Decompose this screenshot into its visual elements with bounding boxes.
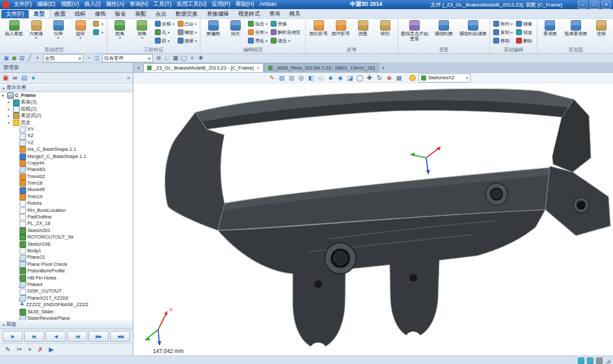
tree-item[interactable]: ▸ 实体(3) — [0, 99, 133, 105]
tree-item[interactable]: Copy44 — [0, 160, 133, 166]
replay-tool-icon[interactable]: ▶ — [49, 344, 54, 355]
ribbon-small-button[interactable]: 螺纹▾ — [176, 28, 198, 36]
ribbon-small-button[interactable]: 解析自相交 — [269, 28, 303, 36]
new-document-tab-button[interactable]: + — [135, 64, 143, 72]
ribbon-small-button[interactable]: 简化▾ — [247, 36, 269, 45]
tree-expander-icon[interactable]: ▾ — [8, 120, 12, 126]
menu-item[interactable]: 属性(A) — [106, 1, 124, 8]
ribbon-tab[interactable]: 点云 — [151, 10, 171, 18]
tree-item[interactable]: RH_BoreLocation — [0, 207, 133, 214]
status-toggle-icon[interactable] — [587, 358, 593, 364]
replay-tool-icon[interactable]: ✗ — [38, 344, 43, 355]
window-button[interactable]: × — [601, 1, 611, 9]
tree-expander-icon[interactable]: ▸ — [8, 106, 12, 112]
entity-filter-combo[interactable]: 全部 ▾ — [43, 54, 83, 62]
replay-tool-icon[interactable]: ✎ — [5, 344, 10, 355]
tree-item[interactable]: Trim402 — [0, 174, 133, 180]
ribbon-small-button[interactable]: 缝合▾ — [269, 36, 303, 45]
tree-item[interactable]: Plane Pivot Check — [0, 261, 133, 268]
manager-tab-icon[interactable]: ▤ — [21, 73, 27, 83]
menu-item[interactable]: 查询(N) — [129, 1, 148, 8]
replay-button[interactable]: ▶▶ — [89, 331, 109, 342]
ribbon-button[interactable]: 锥削 — [374, 20, 396, 37]
ribbon-tab[interactable]: 直接编辑 — [202, 10, 234, 18]
filter-icon[interactable]: • — [34, 55, 41, 62]
menu-item[interactable]: 帮助(H) — [236, 1, 254, 8]
menu-item[interactable]: 视图(V) — [61, 1, 79, 8]
tree-item[interactable]: DISK_CUTOUT — [0, 288, 133, 294]
ribbon-small-button[interactable]: 孔▾ — [154, 28, 176, 36]
view-tool-icon[interactable]: ▧ — [278, 73, 286, 82]
ribbon-small-button[interactable]: 凸台▾ — [176, 20, 198, 28]
tree-item[interactable]: Merge2_C_BaseShape.1.1 — [0, 153, 133, 160]
ribbon-small-button[interactable]: 拔模▾ — [154, 20, 176, 28]
filter-icon[interactable]: ▤ — [18, 55, 25, 62]
new-document-tab-button[interactable]: + — [379, 64, 387, 72]
filter-icon[interactable]: ╱ — [26, 55, 33, 62]
tree-item[interactable]: ▾ 历史 — [0, 120, 133, 126]
tree-item[interactable]: ZZZZZ_ENDOFBASE_ZZZZ — [0, 302, 133, 308]
menu-item[interactable]: 工具(T) — [154, 1, 172, 8]
document-tab-active[interactable]: _Z3_GL_BrakesModelB_2013.Z3 - [C_Frame] … — [143, 63, 264, 72]
view-tool-icon[interactable]: ■ — [327, 73, 334, 82]
document-tab[interactable]: _4800_Rims_2013M-2.Z3 - [4801_13inch_2D] — [264, 63, 379, 72]
snap-tool-icon[interactable]: ✱ — [197, 55, 204, 62]
ribbon-button[interactable]: 坐标 — [591, 20, 612, 37]
tree-item[interactable]: ROTORCUTOUT_Sk — [0, 234, 133, 240]
ribbon-button[interactable]: 面偏移 — [202, 20, 224, 37]
menu-item[interactable]: 插入(I) — [85, 1, 101, 8]
ribbon-tab[interactable]: 曲面 — [50, 10, 70, 18]
view-tool-icon[interactable]: ◎ — [297, 73, 305, 82]
tree-item[interactable]: Sketch198 — [0, 241, 133, 248]
ribbon-small-button[interactable]: 移动 — [492, 36, 514, 45]
tree-item[interactable]: Sketch201 — [0, 228, 133, 234]
ribbon-tab[interactable]: 数据交换 — [171, 10, 202, 18]
section-header-replay[interactable]: ▾ 回放 — [0, 320, 133, 329]
tree-item[interactable]: Plane63 — [0, 166, 133, 173]
view-tool-icon[interactable]: ✎ — [268, 73, 276, 82]
view-tool-icon[interactable]: ◯ — [356, 73, 364, 82]
ribbon-small-button[interactable]: 替换 — [269, 20, 303, 28]
tree-item[interactable]: XZ — [0, 133, 133, 139]
filter-icon[interactable]: ~ — [85, 55, 92, 62]
tree-expander-icon[interactable]: ▸ — [8, 99, 12, 105]
tree-item[interactable]: Sk35_Slider — [0, 309, 133, 315]
tree-item[interactable]: HB Pin Holes — [0, 275, 133, 281]
ribbon-button[interactable]: 六面体▾ — [25, 20, 47, 40]
ribbon-tab[interactable]: 模具 — [285, 10, 305, 18]
tree-item[interactable]: Rotors — [0, 200, 133, 207]
ribbon-small-button[interactable]: 复制▾ — [492, 28, 514, 36]
menu-item[interactable]: Artisan — [260, 1, 277, 8]
view-tool-icon[interactable]: ◪ — [346, 73, 354, 82]
ribbon-small-button[interactable]: 唇缘▾ — [176, 36, 198, 45]
window-button[interactable]: □ — [590, 1, 599, 9]
ribbon-tab[interactable]: 修饰 — [90, 10, 111, 18]
snap-tool-icon[interactable]: ∟ — [163, 55, 170, 62]
menu-item[interactable]: 应用(P) — [211, 1, 230, 8]
section-header-common[interactable]: ▾ 显示常用 — [0, 84, 133, 92]
ribbon-button[interactable]: 基准面 — [539, 20, 561, 37]
part-filter-combo[interactable]: 仅有零件 ▾ — [102, 54, 153, 62]
replay-button[interactable]: |◀ — [67, 331, 87, 342]
snap-tool-icon[interactable]: ≡ — [189, 55, 196, 62]
ribbon-small-button[interactable]: 筋▾ — [154, 36, 176, 45]
ribbon-tab[interactable]: 钣金 — [111, 10, 131, 18]
view-tool-icon[interactable]: ◇ — [317, 73, 325, 82]
lightbulb-icon[interactable] — [409, 75, 416, 81]
tree-item[interactable]: ▾ C_Frame — [0, 92, 133, 99]
replay-button[interactable]: ▶| — [24, 331, 44, 342]
ribbon-small-button[interactable]: 缩放 — [515, 28, 535, 36]
replay-tool-icon[interactable]: ✂ — [16, 344, 21, 355]
view-tool-icon[interactable]: ◆ — [336, 73, 344, 82]
tree-item[interactable]: XY — [0, 126, 133, 133]
ribbon-button[interactable]: 抽壳 — [225, 20, 246, 37]
replay-button[interactable]: ◀ — [46, 331, 66, 342]
tree-item[interactable]: Trim18 — [0, 180, 133, 187]
filter-icon[interactable]: ◫ — [93, 55, 100, 62]
tree-item[interactable]: Move45 — [0, 187, 133, 193]
tree-item[interactable]: Body1 — [0, 248, 133, 254]
tree-item[interactable]: PistonBoreProfile — [0, 268, 133, 274]
tree-item[interactable]: ▸ 线框(2) — [0, 106, 133, 112]
menu-item[interactable]: 实用工具(U) — [177, 1, 207, 8]
snap-tool-icon[interactable]: ◯ — [180, 55, 187, 62]
